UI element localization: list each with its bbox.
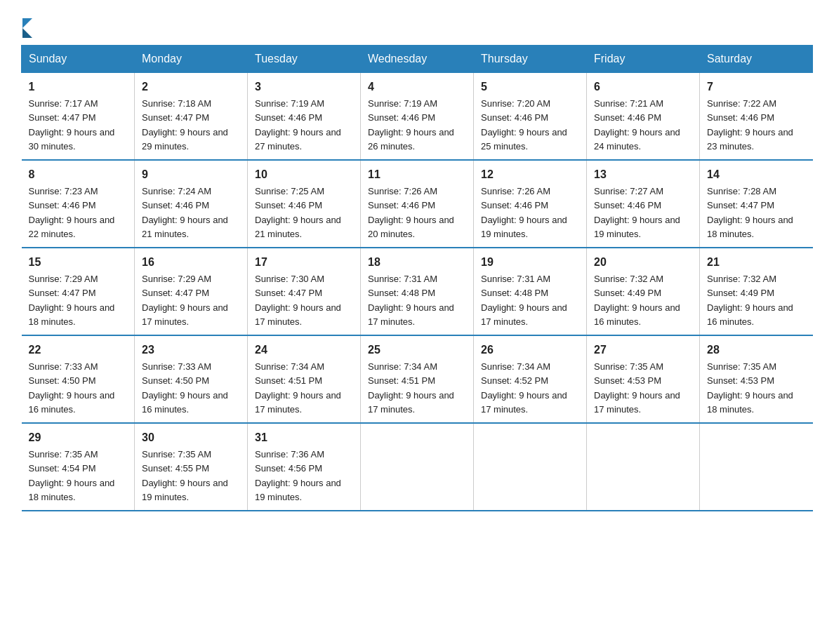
day-info: Sunrise: 7:27 AMSunset: 4:46 PMDaylight:… <box>594 186 680 239</box>
day-info: Sunrise: 7:36 AMSunset: 4:56 PMDaylight:… <box>255 449 341 502</box>
day-number: 14 <box>707 166 806 183</box>
calendar-cell: 28Sunrise: 7:35 AMSunset: 4:53 PMDayligh… <box>700 335 813 423</box>
day-info: Sunrise: 7:26 AMSunset: 4:46 PMDaylight:… <box>481 186 567 239</box>
calendar-cell: 11Sunrise: 7:26 AMSunset: 4:46 PMDayligh… <box>361 160 474 248</box>
day-number: 17 <box>255 254 353 271</box>
day-info: Sunrise: 7:29 AMSunset: 4:47 PMDaylight:… <box>29 274 115 327</box>
day-info: Sunrise: 7:33 AMSunset: 4:50 PMDaylight:… <box>29 361 115 415</box>
calendar-cell: 6Sunrise: 7:21 AMSunset: 4:46 PMDaylight… <box>587 73 700 161</box>
header-cell-wednesday: Wednesday <box>361 46 474 73</box>
calendar-cell: 24Sunrise: 7:34 AMSunset: 4:51 PMDayligh… <box>248 335 361 423</box>
calendar-cell: 4Sunrise: 7:19 AMSunset: 4:46 PMDaylight… <box>361 73 474 161</box>
day-number: 9 <box>142 166 240 183</box>
calendar-cell <box>474 423 587 511</box>
header-cell-sunday: Sunday <box>22 46 135 73</box>
day-number: 31 <box>255 429 353 446</box>
calendar-cell: 26Sunrise: 7:34 AMSunset: 4:52 PMDayligh… <box>474 335 587 423</box>
day-info: Sunrise: 7:32 AMSunset: 4:49 PMDaylight:… <box>707 274 793 327</box>
calendar-cell: 21Sunrise: 7:32 AMSunset: 4:49 PMDayligh… <box>700 248 813 335</box>
logo <box>21 14 32 38</box>
calendar-header-row: SundayMondayTuesdayWednesdayThursdayFrid… <box>22 46 813 73</box>
day-number: 4 <box>368 79 466 95</box>
day-number: 21 <box>707 254 806 271</box>
calendar-cell <box>361 423 474 511</box>
calendar-cell: 8Sunrise: 7:23 AMSunset: 4:46 PMDaylight… <box>22 160 135 248</box>
day-number: 19 <box>481 254 579 271</box>
calendar-cell <box>700 423 813 511</box>
day-number: 28 <box>707 342 806 358</box>
day-number: 22 <box>29 342 128 358</box>
calendar-cell: 1Sunrise: 7:17 AMSunset: 4:47 PMDaylight… <box>22 73 135 161</box>
day-number: 12 <box>481 166 579 183</box>
day-number: 16 <box>142 254 240 271</box>
calendar-cell: 27Sunrise: 7:35 AMSunset: 4:53 PMDayligh… <box>587 335 700 423</box>
calendar-cell: 18Sunrise: 7:31 AMSunset: 4:48 PMDayligh… <box>361 248 474 335</box>
header-cell-tuesday: Tuesday <box>248 46 361 73</box>
day-info: Sunrise: 7:20 AMSunset: 4:46 PMDaylight:… <box>481 98 567 152</box>
day-info: Sunrise: 7:34 AMSunset: 4:52 PMDaylight:… <box>481 361 567 415</box>
day-info: Sunrise: 7:26 AMSunset: 4:46 PMDaylight:… <box>368 186 454 239</box>
day-info: Sunrise: 7:31 AMSunset: 4:48 PMDaylight:… <box>481 274 567 327</box>
day-info: Sunrise: 7:30 AMSunset: 4:47 PMDaylight:… <box>255 274 341 327</box>
day-number: 30 <box>142 429 240 446</box>
day-number: 7 <box>707 79 806 95</box>
day-number: 29 <box>29 429 128 446</box>
calendar-week-row: 8Sunrise: 7:23 AMSunset: 4:46 PMDaylight… <box>22 160 813 248</box>
day-info: Sunrise: 7:24 AMSunset: 4:46 PMDaylight:… <box>142 186 228 239</box>
day-info: Sunrise: 7:18 AMSunset: 4:47 PMDaylight:… <box>142 98 228 152</box>
calendar-cell: 3Sunrise: 7:19 AMSunset: 4:46 PMDaylight… <box>248 73 361 161</box>
day-info: Sunrise: 7:35 AMSunset: 4:53 PMDaylight:… <box>594 361 680 415</box>
day-number: 10 <box>255 166 353 183</box>
day-info: Sunrise: 7:35 AMSunset: 4:54 PMDaylight:… <box>29 449 115 502</box>
day-info: Sunrise: 7:17 AMSunset: 4:47 PMDaylight:… <box>29 98 115 152</box>
day-number: 20 <box>594 254 692 271</box>
calendar-cell: 31Sunrise: 7:36 AMSunset: 4:56 PMDayligh… <box>248 423 361 511</box>
calendar-cell: 20Sunrise: 7:32 AMSunset: 4:49 PMDayligh… <box>587 248 700 335</box>
calendar-cell: 2Sunrise: 7:18 AMSunset: 4:47 PMDaylight… <box>135 73 248 161</box>
day-info: Sunrise: 7:35 AMSunset: 4:53 PMDaylight:… <box>707 361 793 415</box>
calendar-cell: 14Sunrise: 7:28 AMSunset: 4:47 PMDayligh… <box>700 160 813 248</box>
calendar-cell: 16Sunrise: 7:29 AMSunset: 4:47 PMDayligh… <box>135 248 248 335</box>
calendar-cell: 13Sunrise: 7:27 AMSunset: 4:46 PMDayligh… <box>587 160 700 248</box>
page-header <box>21 14 813 38</box>
day-info: Sunrise: 7:21 AMSunset: 4:46 PMDaylight:… <box>594 98 680 152</box>
day-info: Sunrise: 7:28 AMSunset: 4:47 PMDaylight:… <box>707 186 793 239</box>
calendar-cell: 30Sunrise: 7:35 AMSunset: 4:55 PMDayligh… <box>135 423 248 511</box>
day-info: Sunrise: 7:25 AMSunset: 4:46 PMDaylight:… <box>255 186 341 239</box>
day-number: 2 <box>142 79 240 95</box>
calendar-cell: 25Sunrise: 7:34 AMSunset: 4:51 PMDayligh… <box>361 335 474 423</box>
calendar-cell: 9Sunrise: 7:24 AMSunset: 4:46 PMDaylight… <box>135 160 248 248</box>
logo-combined <box>21 14 32 38</box>
calendar-week-row: 29Sunrise: 7:35 AMSunset: 4:54 PMDayligh… <box>22 423 813 511</box>
calendar-week-row: 22Sunrise: 7:33 AMSunset: 4:50 PMDayligh… <box>22 335 813 423</box>
day-number: 23 <box>142 342 240 358</box>
day-number: 27 <box>594 342 692 358</box>
header-cell-monday: Monday <box>135 46 248 73</box>
logo-line1 <box>21 14 32 38</box>
calendar-cell: 23Sunrise: 7:33 AMSunset: 4:50 PMDayligh… <box>135 335 248 423</box>
day-info: Sunrise: 7:35 AMSunset: 4:55 PMDaylight:… <box>142 449 228 502</box>
day-info: Sunrise: 7:23 AMSunset: 4:46 PMDaylight:… <box>29 186 115 239</box>
calendar-cell: 10Sunrise: 7:25 AMSunset: 4:46 PMDayligh… <box>248 160 361 248</box>
calendar-cell: 19Sunrise: 7:31 AMSunset: 4:48 PMDayligh… <box>474 248 587 335</box>
day-info: Sunrise: 7:19 AMSunset: 4:46 PMDaylight:… <box>368 98 454 152</box>
calendar-table: SundayMondayTuesdayWednesdayThursdayFrid… <box>21 45 813 511</box>
day-info: Sunrise: 7:19 AMSunset: 4:46 PMDaylight:… <box>255 98 341 152</box>
day-info: Sunrise: 7:34 AMSunset: 4:51 PMDaylight:… <box>368 361 454 415</box>
header-cell-saturday: Saturday <box>700 46 813 73</box>
day-info: Sunrise: 7:32 AMSunset: 4:49 PMDaylight:… <box>594 274 680 327</box>
header-cell-thursday: Thursday <box>474 46 587 73</box>
day-number: 24 <box>255 342 353 358</box>
day-number: 11 <box>368 166 466 183</box>
calendar-cell: 15Sunrise: 7:29 AMSunset: 4:47 PMDayligh… <box>22 248 135 335</box>
day-number: 26 <box>481 342 579 358</box>
calendar-cell <box>587 423 700 511</box>
calendar-week-row: 15Sunrise: 7:29 AMSunset: 4:47 PMDayligh… <box>22 248 813 335</box>
calendar-cell: 22Sunrise: 7:33 AMSunset: 4:50 PMDayligh… <box>22 335 135 423</box>
day-info: Sunrise: 7:22 AMSunset: 4:46 PMDaylight:… <box>707 98 793 152</box>
calendar-week-row: 1Sunrise: 7:17 AMSunset: 4:47 PMDaylight… <box>22 73 813 161</box>
header-cell-friday: Friday <box>587 46 700 73</box>
calendar-cell: 17Sunrise: 7:30 AMSunset: 4:47 PMDayligh… <box>248 248 361 335</box>
day-number: 5 <box>481 79 579 95</box>
calendar-cell: 29Sunrise: 7:35 AMSunset: 4:54 PMDayligh… <box>22 423 135 511</box>
